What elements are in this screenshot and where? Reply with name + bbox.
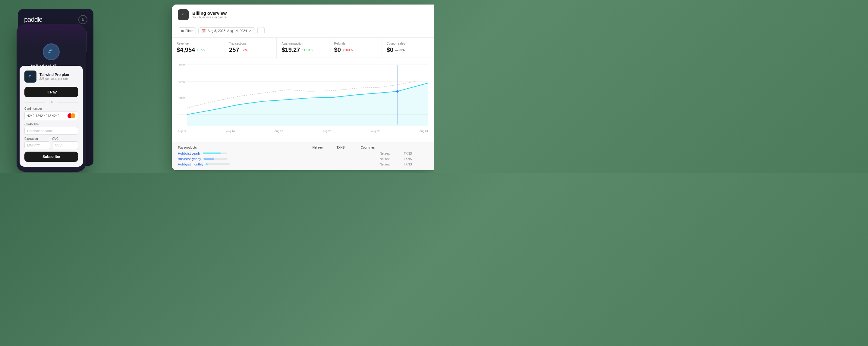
net-rev-2: Net rev.: [380, 157, 404, 161]
filter-label: Filter: [185, 29, 193, 33]
filter-bar: ⊞ Filter 📅 Aug 8, 2023–Aug 14, 2024 ✕ +: [172, 24, 434, 38]
cvc-label: CVC: [52, 137, 78, 140]
revenue-value: $4,954: [177, 46, 195, 53]
refunds-value: $0: [334, 46, 341, 53]
date-filter-close[interactable]: ✕: [249, 29, 252, 33]
card-number-label: Card number: [24, 107, 78, 110]
expiration-label: Expiration: [24, 137, 50, 140]
transactions-value-row: 257 ↓2%: [229, 46, 272, 53]
refunds-label: Refunds: [334, 42, 377, 45]
txns-1: TXNS: [404, 152, 428, 155]
avg-transaction-value-row: $19.27 ↑12.3%: [281, 46, 324, 53]
cardholder-input[interactable]: Cardholder name: [24, 127, 78, 135]
revenue-value-row: $4,954 ↑8.5%: [177, 46, 219, 53]
card-number-input[interactable]: 4242 4242 4242 4242: [24, 111, 78, 120]
paddle-logo-text: paddle: [24, 16, 42, 24]
revenue-label: Revenue: [177, 42, 219, 45]
product-name-cell-1: Hobbyist yearly: [178, 152, 380, 155]
product-icon: [24, 70, 36, 83]
avg-transaction-value: $19.27: [281, 46, 300, 53]
product-name-text-3[interactable]: Hobbyist monthly: [178, 162, 203, 166]
x-label-2: Aug 14: [226, 130, 235, 133]
billing-app-logo: [178, 9, 189, 20]
x-label-1: Aug 12: [178, 130, 187, 133]
bar-fill-3: [206, 163, 207, 165]
add-filter-button[interactable]: +: [257, 27, 265, 34]
card-number-group: Card number 4242 4242 4242 4242: [24, 107, 78, 120]
paddle-logo-bar: paddle ⊕: [24, 15, 87, 24]
expiration-group: Expiration MM/YYY: [24, 137, 50, 149]
x-label-5: Aug 22: [371, 130, 380, 133]
product-name-text-2[interactable]: Business yearly: [178, 157, 201, 161]
product-name-cell-2: Business yearly: [178, 157, 380, 161]
expiration-placeholder: MM/YYY: [27, 144, 40, 147]
refunds-change: ↓100%: [343, 48, 353, 52]
bar-container-3: [206, 163, 230, 165]
col-net-rev: Net rev.: [313, 146, 337, 149]
x-label-6: Aug 24: [419, 130, 428, 133]
product-details: Tailwind Pro plan $23 per year, per site: [39, 73, 69, 81]
net-rev-1: Net rev.: [380, 152, 404, 155]
date-range-text: Aug 8, 2023–Aug 14, 2024: [207, 29, 247, 33]
product-plan-price: $23 per year, per site: [39, 77, 69, 81]
cvc-input[interactable]: CVV: [52, 141, 78, 149]
revenue-change: ↑8.5%: [197, 48, 206, 52]
mastercard-icon: [67, 113, 75, 118]
stat-revenue: Revenue $4,954 ↑8.5%: [172, 38, 224, 58]
coupon-sales-value-row: $0 — N/A: [387, 46, 429, 53]
txns-2: TXNS: [404, 157, 428, 161]
transactions-value: 257: [229, 46, 239, 53]
stat-avg-transaction: Avg. transaction $19.27 ↑12.3%: [277, 38, 329, 58]
avg-transaction-label: Avg. transaction: [281, 42, 324, 45]
cvc-group: CVC CVV: [52, 137, 78, 149]
x-label-3: Aug 16: [275, 130, 283, 133]
apple-pay-button[interactable]:  Pay: [24, 87, 78, 97]
chart-x-labels: Aug 12 Aug 14 Aug 16 Aug 20 Aug 22 Aug 2…: [178, 130, 428, 133]
expiration-input[interactable]: MM/YYY: [24, 141, 50, 149]
bar-fill-1: [203, 153, 221, 154]
filter-button[interactable]: ⊞ Filter: [178, 27, 196, 34]
mobile-card-top: [17, 24, 86, 63]
cvc-placeholder: CVV: [55, 144, 62, 147]
paddle-logo-icon: ⊕: [79, 15, 87, 24]
product-name-text-1[interactable]: Hobbyist yearly: [178, 152, 200, 155]
coupon-sales-value: $0: [387, 46, 393, 53]
table-row: Hobbyist yearly Net rev. TXNS: [178, 152, 428, 155]
stat-refunds: Refunds $0 ↓100%: [330, 38, 382, 58]
txns-3: TXNS: [404, 163, 428, 166]
bar-container-2: [204, 158, 227, 160]
coupon-sales-label: Coupon sales: [387, 42, 429, 45]
product-info-row: Tailwind Pro plan $23 per year, per site: [24, 70, 78, 83]
tailwind-avatar: [43, 43, 60, 60]
filter-icon: ⊞: [181, 29, 184, 33]
table-row: Business yearly Net rev. TXNS: [178, 157, 428, 161]
table-row: Hobbyist monthly Net rev. TXNS: [178, 162, 428, 166]
svg-text:$200: $200: [179, 96, 185, 100]
transactions-label: Transactions: [229, 42, 272, 45]
svg-marker-8: [187, 83, 428, 126]
product-plan-name: Tailwind Pro plan: [39, 73, 69, 77]
cardholder-group: Cardholder Cardholder name: [24, 123, 78, 135]
apple-pay-label:  Pay: [48, 90, 57, 94]
col-countries: Countries: [361, 146, 428, 149]
product-name-cell-3: Hobbyist monthly: [178, 162, 380, 166]
billing-header: Billing overview Your business at a glan…: [172, 4, 434, 24]
tailwind-at-overlay: tailwind @: [31, 64, 58, 70]
cardholder-placeholder: Cardholder name: [27, 129, 53, 133]
checkout-form-card: Tailwind Pro plan $23 per year, per site…: [20, 66, 83, 167]
col-top-products: Top products: [178, 146, 313, 149]
calendar-icon: 📅: [202, 29, 206, 33]
mobile-checkout-card: Tailwind Pro plan $23 per year, per site…: [17, 24, 86, 172]
billing-subtitle: Your business at a glance: [192, 16, 227, 19]
subscribe-button[interactable]: Subscribe: [24, 152, 78, 162]
chart-area: $600 $400 $200 Aug 12 Aug 14 Aug 16 Aug …: [172, 58, 434, 142]
svg-point-10: [396, 90, 399, 93]
net-rev-3: Net rev.: [380, 163, 404, 166]
date-filter: 📅 Aug 8, 2023–Aug 14, 2024 ✕: [198, 27, 255, 34]
stats-row: Revenue $4,954 ↑8.5% Transactions 257 ↓2…: [172, 38, 434, 58]
transactions-change: ↓2%: [241, 48, 247, 52]
billing-title-group: Billing overview Your business at a glan…: [192, 10, 227, 19]
refunds-value-row: $0 ↓100%: [334, 46, 377, 53]
revenue-chart: $600 $400 $200: [178, 61, 428, 128]
stat-coupon-sales: Coupon sales $0 — N/A: [382, 38, 434, 58]
